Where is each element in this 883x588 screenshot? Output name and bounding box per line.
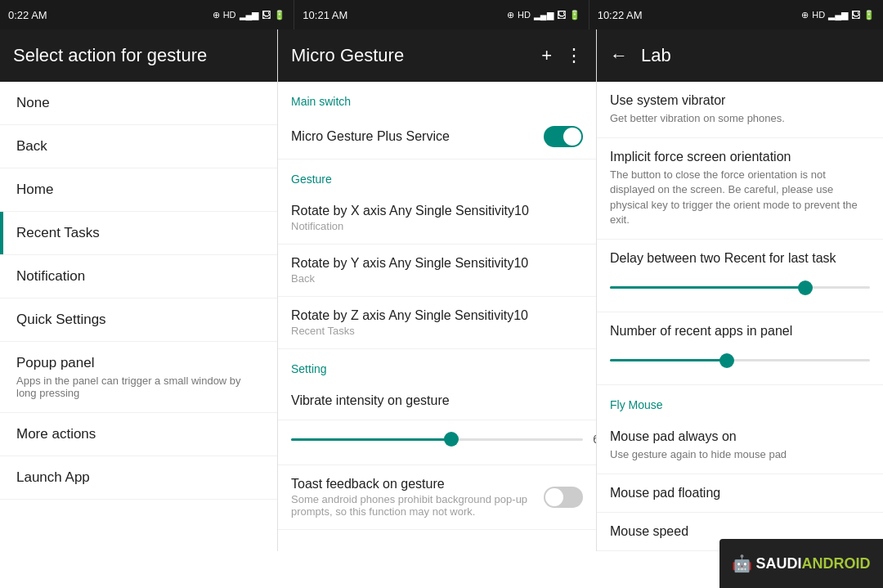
delay-recent-row[interactable]: Delay between two Recent for last task <box>597 240 883 269</box>
item-quick-settings[interactable]: Quick Settings <box>0 298 277 342</box>
item-notification[interactable]: Notification <box>0 255 277 298</box>
item-recent-tasks-label: Recent Tasks <box>16 225 100 240</box>
hd-icon-3: HD <box>812 10 825 20</box>
section-gesture: Gesture <box>278 159 596 192</box>
item-none[interactable]: None <box>0 82 277 125</box>
mouse-pad-always-on-sub: Use gesture again to hide mouse pad <box>610 447 787 462</box>
rotate-y-row[interactable]: Rotate by Y axis Any Single Sensitivity1… <box>278 245 596 297</box>
item-home[interactable]: Home <box>0 168 277 212</box>
num-recent-apps-row[interactable]: Number of recent apps in panel <box>597 312 883 342</box>
battery-icon-2: 🔋 <box>569 10 580 20</box>
vibrate-slider-thumb[interactable] <box>444 432 459 447</box>
vibrate-slider-value: 6 <box>593 433 596 446</box>
item-launch-app-label: Launch App <box>16 469 90 485</box>
item-recent-tasks[interactable]: Recent Tasks <box>0 212 277 255</box>
mouse-pad-floating-title: Mouse pad floating <box>610 486 870 500</box>
wifi-icon-2: ⛾ <box>557 10 566 20</box>
battery-icon-1: 🔋 <box>274 10 285 20</box>
panel2-content: Main switch Micro Gesture Plus Service G… <box>278 82 596 551</box>
status-bar-2: 10:21 AM ⊕ HD ▂▄▆ ⛾ 🔋 <box>294 0 589 29</box>
menu-button[interactable]: ⋮ <box>565 45 583 66</box>
main-area: Select action for gesture None Back Home… <box>0 29 883 551</box>
rotate-y-title: Rotate by Y axis Any Single Sensitivity1… <box>291 256 528 271</box>
mouse-speed-title: Mouse speed <box>610 524 870 539</box>
mouse-pad-always-on-title: Mouse pad always on <box>610 429 787 444</box>
rotate-z-title: Rotate by Z axis Any Single Sensitivity1… <box>291 308 528 323</box>
num-recent-apps-title: Number of recent apps in panel <box>610 324 870 339</box>
toast-feedback-toggle[interactable] <box>544 487 583 508</box>
panel2-header: Micro Gesture + ⋮ <box>278 29 596 82</box>
delay-slider-thumb[interactable] <box>798 281 813 295</box>
status-icons-2: ⊕ HD ▂▄▆ ⛾ 🔋 <box>507 10 580 20</box>
signal-icon-3: ▂▄▆ <box>828 10 848 20</box>
num-recent-slider-track <box>610 359 870 361</box>
implicit-force-row[interactable]: Implicit force screen orientation The bu… <box>597 138 883 240</box>
item-home-label: Home <box>16 182 53 197</box>
rotate-x-row[interactable]: Rotate by X axis Any Single Sensitivity1… <box>278 192 596 245</box>
rotate-z-sub: Recent Tasks <box>291 325 528 337</box>
battery-icon-3: 🔋 <box>863 10 875 20</box>
item-more-actions-label: More actions <box>16 426 96 442</box>
rotate-z-row[interactable]: Rotate by Z axis Any Single Sensitivity1… <box>278 297 596 349</box>
item-popup-panel[interactable]: Popup panel Apps in the panel can trigge… <box>0 342 277 413</box>
use-system-vibrator-sub: Get better vibration on some phones. <box>610 111 870 126</box>
vibrate-slider-container[interactable]: 6 <box>291 427 583 451</box>
signal-icon-1: ▂▄▆ <box>240 10 259 20</box>
num-recent-slider-thumb[interactable] <box>719 353 734 368</box>
vibrate-slider-row[interactable]: 6 <box>278 420 596 465</box>
use-system-vibrator-row[interactable]: Use system vibrator Get better vibration… <box>597 82 883 138</box>
num-recent-slider-container[interactable] <box>610 348 870 373</box>
wifi-icon-1: ⛾ <box>262 10 271 20</box>
status-time-3: 10:22 AM <box>598 9 643 21</box>
item-back[interactable]: Back <box>0 125 277 168</box>
implicit-force-sub: The button to close the force orientatio… <box>610 168 870 227</box>
item-launch-app[interactable]: Launch App <box>0 456 277 500</box>
status-time-2: 10:21 AM <box>303 9 347 21</box>
status-bar-3: 10:22 AM ⊕ HD ▂▄▆ ⛾ 🔋 <box>589 0 883 29</box>
delay-slider-row[interactable] <box>597 269 883 312</box>
implicit-force-title: Implicit force screen orientation <box>610 150 870 164</box>
panel3-title: Lab <box>641 45 671 66</box>
bluetooth-icon-1: ⊕ <box>213 10 220 20</box>
status-icons-1: ⊕ HD ▂▄▆ ⛾ 🔋 <box>213 10 286 20</box>
watermark: 🤖 SAUDI ANDROID <box>719 539 883 588</box>
micro-gesture-toggle[interactable] <box>544 126 583 147</box>
watermark-icon: 🤖 <box>732 554 752 573</box>
status-bars: 0:22 AM ⊕ HD ▂▄▆ ⛾ 🔋 10:21 AM ⊕ HD ▂▄▆ ⛾… <box>0 0 883 29</box>
num-recent-slider-row[interactable] <box>597 342 883 385</box>
micro-gesture-service-row[interactable]: Micro Gesture Plus Service <box>278 114 596 159</box>
item-quick-settings-label: Quick Settings <box>16 312 106 327</box>
delay-recent-title: Delay between two Recent for last task <box>610 251 870 266</box>
rotate-x-sub: Notification <box>291 220 529 232</box>
panel1-list: None Back Home Recent Tasks Notification… <box>0 82 277 551</box>
panel1: Select action for gesture None Back Home… <box>0 29 278 551</box>
rotate-y-sub: Back <box>291 272 528 285</box>
status-time-1: 0:22 AM <box>8 9 47 21</box>
use-system-vibrator-title: Use system vibrator <box>610 93 870 108</box>
item-none-label: None <box>16 95 50 110</box>
section-setting: Setting <box>278 349 596 382</box>
toast-feedback-title: Toast feedback on gesture <box>291 477 534 491</box>
hd-icon-1: HD <box>223 10 236 20</box>
panel3-content: Use system vibrator Get better vibration… <box>597 82 883 551</box>
item-back-label: Back <box>16 138 47 154</box>
status-icons-3: ⊕ HD ▂▄▆ ⛾ 🔋 <box>801 10 875 20</box>
watermark-android: ANDROID <box>802 555 871 572</box>
panel3-header: ← Lab <box>597 29 883 82</box>
toast-feedback-row[interactable]: Toast feedback on gesture Some android p… <box>278 465 596 530</box>
delay-slider-container[interactable] <box>610 276 870 300</box>
toast-feedback-sub: Some android phones prohibit background … <box>291 493 534 518</box>
panel1-title: Select action for gesture <box>13 45 207 66</box>
panel2-actions: + ⋮ <box>541 45 583 66</box>
mouse-pad-always-on-row[interactable]: Mouse pad always on Use gesture again to… <box>597 418 883 474</box>
vibrate-intensity-row[interactable]: Vibrate intensity on gesture <box>278 382 596 420</box>
item-more-actions[interactable]: More actions <box>0 413 277 456</box>
status-bar-1: 0:22 AM ⊕ HD ▂▄▆ ⛾ 🔋 <box>0 0 294 29</box>
vibrate-slider-track <box>291 438 583 441</box>
back-button[interactable]: ← <box>610 45 628 66</box>
panel1-header: Select action for gesture <box>0 29 277 82</box>
add-button[interactable]: + <box>541 45 552 66</box>
panel2-title: Micro Gesture <box>291 45 404 66</box>
mouse-pad-floating-row[interactable]: Mouse pad floating <box>597 474 883 513</box>
num-recent-slider-fill <box>610 359 727 361</box>
